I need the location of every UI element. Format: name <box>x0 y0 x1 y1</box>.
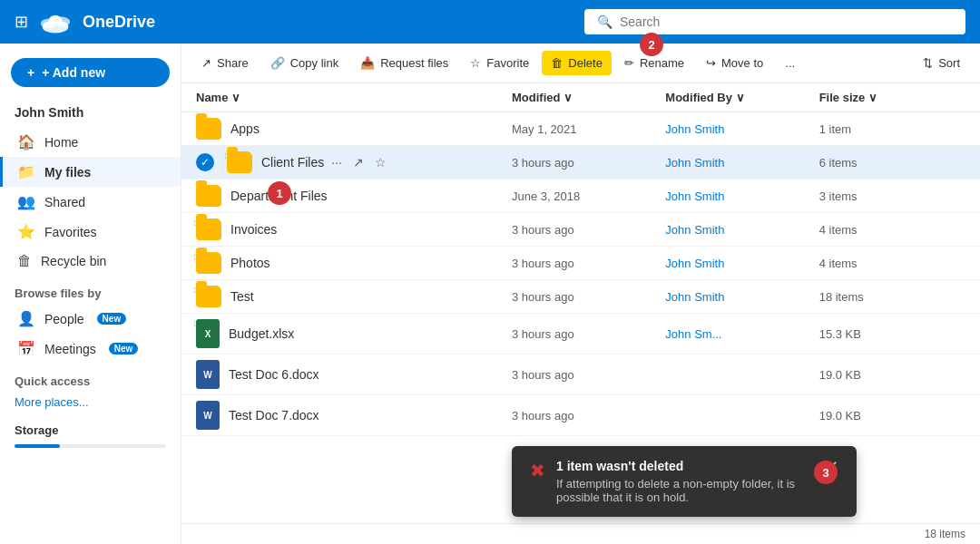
file-name: Invoices <box>230 222 277 237</box>
sort-button[interactable]: ⇅ Sort <box>914 51 969 75</box>
file-modified: 3 hours ago <box>505 223 658 237</box>
onedrive-logo <box>39 5 72 38</box>
search-bar: 🔍 <box>584 9 965 34</box>
file-modified: 3 hours ago <box>505 257 658 270</box>
copy-link-button[interactable]: 🔗 Copy link <box>261 51 348 75</box>
folder-icon-wrapper: ↕ <box>227 151 252 173</box>
grid-icon[interactable]: ⊞ <box>15 12 28 32</box>
delete-icon: 🗑 <box>551 56 563 70</box>
folder-icon-wrapper <box>196 185 221 207</box>
table-row[interactable]: Department Files June 3, 2018 John Smith… <box>181 180 980 213</box>
meetings-icon: 📅 <box>17 340 35 357</box>
table-row[interactable]: ↕ Test 3 hours ago John Smith 18 items <box>181 280 980 314</box>
sidebar-item-myfiles[interactable]: 📁 My files <box>0 157 181 187</box>
row-more-button[interactable]: ··· <box>328 153 346 171</box>
folder-icon <box>196 252 221 274</box>
request-files-label: Request files <box>380 56 448 70</box>
sidebar-item-home[interactable]: 🏠 Home <box>0 127 181 157</box>
sidebar-item-label: Recycle bin <box>41 254 106 268</box>
app-title: OneDrive <box>83 13 155 32</box>
file-name: Test Doc 6.docx <box>229 367 319 382</box>
row-open-button[interactable]: ↗ <box>349 153 368 171</box>
file-modified: 3 hours ago <box>505 290 658 304</box>
file-name: Test Doc 7.docx <box>229 408 319 423</box>
storage-label: Storage <box>0 413 181 441</box>
file-name: Test <box>230 289 254 304</box>
rename-icon: ✏ <box>624 56 634 70</box>
add-new-button[interactable]: + + Add new <box>11 58 170 87</box>
folder-icon-wrapper <box>196 118 221 140</box>
file-modified: 3 hours ago <box>505 368 658 382</box>
file-size: 6 items <box>812 156 965 170</box>
search-input[interactable] <box>620 15 953 29</box>
sidebar-item-label: Meetings <box>44 342 96 356</box>
browse-files-header: Browse files by <box>0 276 181 304</box>
share-label: Share <box>217 56 249 70</box>
circle-label-2: 2 <box>648 38 654 52</box>
folder-icon: 📁 <box>17 163 35 180</box>
folder-icon <box>196 185 221 207</box>
status-bar: 18 items <box>181 523 980 544</box>
sidebar-item-shared[interactable]: 👥 Shared <box>0 187 181 217</box>
col-name[interactable]: Name ∨ <box>196 91 505 104</box>
table-row[interactable]: ↕ Photos 3 hours ago John Smith 4 items <box>181 247 980 280</box>
folder-icon-wrapper: W <box>196 401 220 430</box>
recycle-icon: 🗑 <box>17 253 32 269</box>
share-button[interactable]: ↗ Share <box>192 51 258 75</box>
sidebar-item-favorites[interactable]: ⭐ Favorites <box>0 217 181 247</box>
sidebar-item-label: Home <box>44 135 78 150</box>
circle-badge-2: 2 <box>640 33 663 56</box>
storage-bar-background <box>15 444 166 448</box>
file-modified-by: John Smith <box>658 223 811 237</box>
toolbar: ↗ Share 🔗 Copy link 📥 Request files ☆ Fa… <box>181 44 980 83</box>
add-new-label: + Add new <box>42 65 105 80</box>
favorite-button[interactable]: ☆ Favorite <box>461 51 538 75</box>
toast-title: 1 item wasn't deleted <box>556 459 814 473</box>
folder-icon <box>196 118 221 140</box>
file-modified: 3 hours ago <box>505 156 658 170</box>
request-files-button[interactable]: 📥 Request files <box>351 51 457 75</box>
folder-icon-wrapper: ↕ <box>196 252 221 274</box>
folder-icon-wrapper: ↕ X <box>196 319 220 348</box>
people-icon: 👤 <box>17 310 35 327</box>
table-row[interactable]: ↕ Invoices 3 hours ago John Smith 4 item… <box>181 213 980 247</box>
table-row[interactable]: W Test Doc 6.docx 3 hours ago 19.0 KB <box>181 355 980 395</box>
row-star-button[interactable]: ☆ <box>371 153 390 171</box>
sort-icon: ⇅ <box>923 56 933 70</box>
more-button[interactable]: ... <box>776 51 804 75</box>
excel-icon: X <box>196 319 220 348</box>
sidebar: + + Add new John Smith 🏠 Home 📁 My files… <box>0 44 181 544</box>
file-modified-by: John Smith <box>658 122 811 136</box>
table-row[interactable]: ✓ ↕ Client Files ··· ↗ ☆ 3 hours ago Joh… <box>181 146 980 180</box>
col-modified[interactable]: Modified ∨ <box>505 91 658 104</box>
col-modified-by-sort-icon: ∨ <box>736 91 745 104</box>
storage-bar-fill <box>15 444 60 448</box>
sidebar-item-people[interactable]: 👤 People New <box>0 304 181 334</box>
file-name-cell: W Test Doc 7.docx <box>196 401 505 430</box>
more-label: ... <box>785 56 795 70</box>
table-row[interactable]: Apps May 1, 2021 John Smith 1 item <box>181 112 980 146</box>
move-to-button[interactable]: ↪ Move to <box>697 51 772 75</box>
more-places-link[interactable]: More places... <box>0 392 181 413</box>
file-name-cell: Apps <box>196 118 505 140</box>
file-size: 3 items <box>812 189 965 203</box>
content-area: ↗ Share 🔗 Copy link 📥 Request files ☆ Fa… <box>181 44 980 544</box>
favorite-icon: ☆ <box>470 56 481 70</box>
circle-badge-3: 3 <box>814 461 838 484</box>
col-modified-by[interactable]: Modified By ∨ <box>658 91 811 104</box>
file-modified: June 3, 2018 <box>505 189 658 203</box>
table-row[interactable]: ↕ X Budget.xlsx 3 hours ago John Sm... 1… <box>181 314 980 355</box>
col-modified-by-label: Modified By <box>665 91 732 104</box>
sidebar-item-meetings[interactable]: 📅 Meetings New <box>0 334 181 364</box>
link-icon: 🔗 <box>270 56 285 70</box>
table-row[interactable]: W Test Doc 7.docx 3 hours ago 19.0 KB <box>181 395 980 436</box>
col-file-size[interactable]: File size ∨ <box>812 91 965 104</box>
file-modified-by: John Sm... <box>658 327 811 341</box>
col-modified-label: Modified <box>512 91 560 104</box>
delete-button[interactable]: 🗑 Delete <box>542 51 612 75</box>
file-modified-by: John Smith <box>658 257 811 270</box>
col-name-label: Name <box>196 91 228 104</box>
toast-error-icon: ✖ <box>530 460 545 481</box>
items-count: 18 items <box>925 528 965 540</box>
sidebar-item-recyclebin[interactable]: 🗑 Recycle bin <box>0 247 181 276</box>
